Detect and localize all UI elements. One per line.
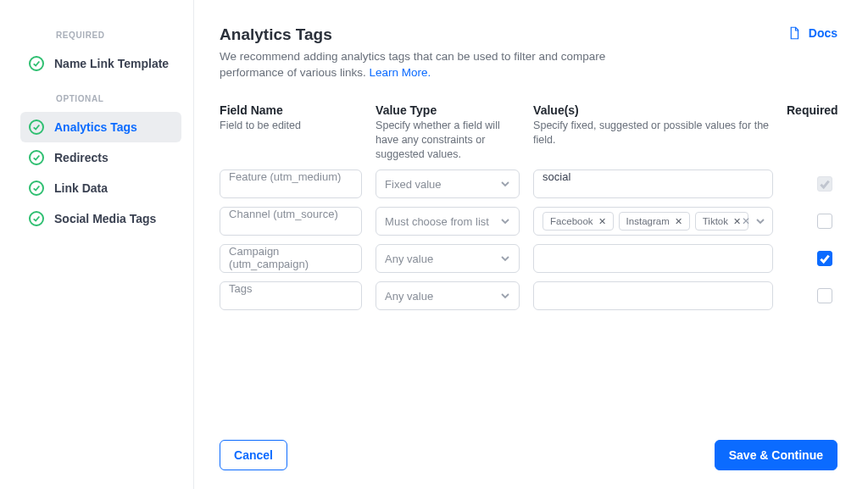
field-name-input[interactable]: Campaign (utm_campaign) xyxy=(220,244,362,273)
group-label-required: REQUIRED xyxy=(56,31,181,40)
check-icon xyxy=(29,181,44,196)
main: Analytics Tags We recommend adding analy… xyxy=(194,0,868,489)
col-values: Value(s) xyxy=(533,103,773,117)
field-name-input[interactable]: Channel (utm_source) xyxy=(220,207,362,236)
col-values-sub: Specify fixed, suggested or possible val… xyxy=(533,119,773,147)
sidebar-item-name-link-template[interactable]: Name Link Template xyxy=(20,48,181,79)
clear-tags-icon[interactable]: ✕ xyxy=(742,215,750,227)
sidebar-item-analytics-tags[interactable]: Analytics Tags xyxy=(20,112,181,142)
value-type-select[interactable]: Any value xyxy=(376,281,520,310)
required-checkbox xyxy=(817,176,832,192)
page-subtitle: We recommend adding analytics tags that … xyxy=(220,49,669,81)
sidebar-item-label: Social Media Tags xyxy=(54,212,156,225)
col-value-type: Value Type xyxy=(376,103,520,117)
field-name-input[interactable]: Tags xyxy=(220,281,362,310)
value-text-input[interactable] xyxy=(533,244,773,273)
check-icon xyxy=(29,56,44,71)
remove-tag-icon[interactable]: ✕ xyxy=(598,216,606,227)
value-text-input[interactable] xyxy=(533,281,773,310)
required-checkbox[interactable] xyxy=(817,214,832,229)
check-icon xyxy=(29,211,44,226)
sidebar-item-label: Analytics Tags xyxy=(54,120,137,134)
value-text-input[interactable]: social xyxy=(533,169,773,198)
check-icon xyxy=(29,119,44,135)
chevron-down-icon[interactable] xyxy=(755,216,765,226)
col-required: Required xyxy=(787,103,837,117)
col-value-type-sub: Specify whether a field will have any co… xyxy=(376,119,520,162)
page-title: Analytics Tags xyxy=(220,25,669,44)
required-checkbox[interactable] xyxy=(817,251,832,266)
cancel-button[interactable]: Cancel xyxy=(220,440,287,470)
remove-tag-icon[interactable]: ✕ xyxy=(675,216,682,227)
value-type-select[interactable]: Any value xyxy=(376,244,520,273)
chevron-down-icon xyxy=(500,291,510,301)
chevron-down-icon xyxy=(500,216,510,226)
tag-chip[interactable]: Facebook✕ xyxy=(542,212,614,231)
value-tag-input[interactable]: Facebook✕ Instagram✕ Tiktok✕ ✕ xyxy=(533,207,773,236)
learn-more-link[interactable]: Learn More. xyxy=(369,66,431,79)
field-name-input[interactable]: Feature (utm_medium) xyxy=(220,169,362,198)
sidebar-item-link-data[interactable]: Link Data xyxy=(20,173,181,203)
required-checkbox[interactable] xyxy=(817,288,832,303)
col-field-name-sub: Field to be edited xyxy=(220,119,362,133)
sidebar-item-redirects[interactable]: Redirects xyxy=(20,142,181,173)
remove-tag-icon[interactable]: ✕ xyxy=(733,216,741,227)
chevron-down-icon xyxy=(500,179,510,189)
sidebar-item-label: Redirects xyxy=(54,151,108,164)
footer: Cancel Save & Continue xyxy=(220,423,837,470)
tag-chip[interactable]: Tiktok✕ xyxy=(695,212,748,231)
save-continue-button[interactable]: Save & Continue xyxy=(715,440,837,470)
table-body: Feature (utm_medium) Fixed value social … xyxy=(220,169,837,310)
value-type-select[interactable]: Fixed value xyxy=(376,169,520,198)
table-header: Field Name Field to be edited Value Type… xyxy=(220,103,837,162)
check-icon xyxy=(29,150,44,165)
sidebar-item-label: Name Link Template xyxy=(54,57,169,70)
value-type-select[interactable]: Must choose from list xyxy=(376,207,520,236)
docs-icon xyxy=(787,25,802,41)
col-field-name: Field Name xyxy=(220,103,362,117)
chevron-down-icon xyxy=(500,253,510,264)
sidebar-item-label: Link Data xyxy=(54,181,108,195)
docs-button[interactable]: Docs xyxy=(787,25,837,41)
sidebar-item-social-media-tags[interactable]: Social Media Tags xyxy=(20,203,181,234)
sidebar: REQUIRED Name Link Template OPTIONAL Ana… xyxy=(0,0,194,489)
tag-chip[interactable]: Instagram✕ xyxy=(619,212,690,231)
group-label-optional: OPTIONAL xyxy=(56,94,181,103)
